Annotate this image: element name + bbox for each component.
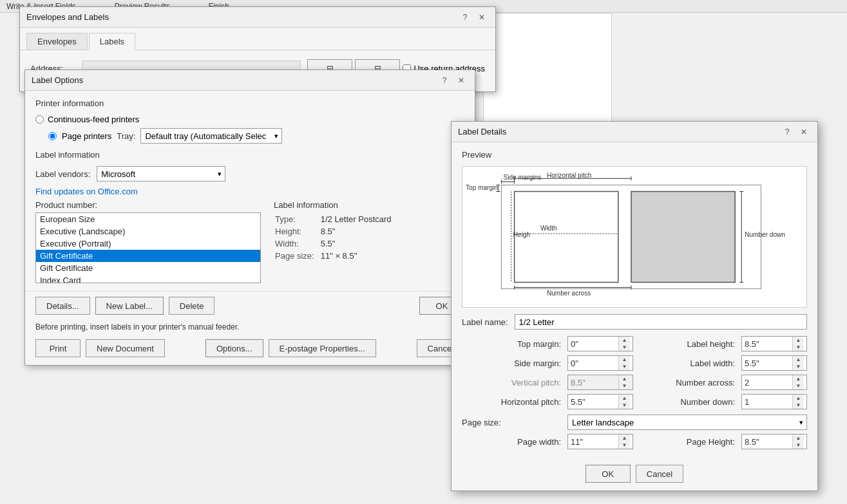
- delete-button[interactable]: Delete: [169, 297, 215, 315]
- page-height-up[interactable]: ▲: [793, 434, 804, 442]
- number-across-down[interactable]: ▼: [793, 382, 804, 389]
- label-options-help-button[interactable]: ?: [437, 73, 452, 88]
- vertical-pitch-up[interactable]: ▲: [619, 375, 630, 382]
- label-name-label: Label name:: [462, 317, 508, 327]
- continuous-feed-radio[interactable]: [35, 115, 44, 124]
- envelopes-bottom-row: Print New Document Options... E-postage …: [25, 335, 475, 365]
- number-across-spinner: ▲ ▼: [792, 375, 804, 389]
- vertical-pitch-down[interactable]: ▼: [619, 382, 630, 389]
- details-label: Details...: [46, 301, 79, 311]
- number-across-field-label: Number across:: [636, 378, 739, 387]
- label-width-input[interactable]: [742, 359, 792, 368]
- page-printers-radio[interactable]: [48, 132, 57, 140]
- page-height-input[interactable]: [742, 437, 792, 447]
- new-label-label: New Label...: [106, 301, 153, 311]
- top-margin-up[interactable]: ▲: [619, 337, 630, 344]
- width-value: 5.5": [321, 238, 397, 249]
- label-height-up[interactable]: ▲: [793, 337, 804, 344]
- svg-text:Heigh: Heigh: [513, 231, 530, 238]
- number-down-up[interactable]: ▲: [793, 395, 804, 402]
- new-document-button[interactable]: New Document: [86, 339, 165, 357]
- list-item[interactable]: Executive (Landscape): [36, 225, 260, 238]
- top-margin-spinner: ▲ ▼: [618, 337, 630, 351]
- svg-rect-2: [631, 191, 735, 282]
- number-across-input-wrap: ▲ ▼: [741, 375, 807, 390]
- notice-text: Before printing, insert labels in your p…: [25, 320, 475, 335]
- label-details-ok-button[interactable]: OK: [585, 465, 631, 483]
- horizontal-pitch-field-label: Horizontal pitch:: [462, 397, 565, 407]
- options-button[interactable]: Options...: [205, 339, 263, 357]
- list-item[interactable]: European Size: [36, 213, 260, 225]
- horizontal-pitch-input[interactable]: [568, 397, 618, 407]
- page-printers-row: Page printers Tray: Default tray (Automa…: [48, 128, 464, 144]
- page-size-value: 11" × 8.5": [321, 250, 397, 261]
- envelopes-titlebar: Envelopes and Labels ? ✕: [20, 7, 495, 28]
- page-width-up[interactable]: ▲: [619, 434, 630, 442]
- type-row: Type: 1/2 Letter Postcard: [275, 214, 397, 225]
- tab-envelopes[interactable]: Envelopes: [26, 33, 88, 50]
- vendors-select[interactable]: Microsoft: [97, 166, 225, 182]
- label-options-close-button[interactable]: ✕: [454, 73, 468, 88]
- horizontal-pitch-up[interactable]: ▲: [619, 395, 630, 402]
- height-label: Height:: [275, 226, 319, 237]
- new-label-button[interactable]: New Label...: [95, 297, 164, 315]
- number-across-up[interactable]: ▲: [793, 375, 804, 382]
- label-details-cancel-button[interactable]: Cancel: [636, 465, 683, 483]
- e-postage-button[interactable]: E-postage Properties...: [269, 339, 376, 357]
- number-down-input-wrap: ▲ ▼: [741, 394, 807, 409]
- vertical-pitch-input: [568, 378, 618, 387]
- vendors-select-wrapper: Microsoft: [97, 166, 225, 182]
- number-down-input[interactable]: [742, 397, 792, 407]
- number-across-input[interactable]: [742, 378, 792, 387]
- page-width-down[interactable]: ▼: [619, 442, 630, 449]
- page-size-field-label: Page size:: [462, 418, 565, 427]
- label-options-content: Printer information Continuous-feed prin…: [25, 91, 475, 291]
- product-listbox[interactable]: European Size Executive (Landscape) Exec…: [35, 212, 261, 283]
- page-size-select-wrap: Letter landscape: [567, 415, 807, 430]
- page-height-down[interactable]: ▼: [793, 442, 804, 449]
- preview-label: Preview: [462, 150, 807, 160]
- side-margin-up[interactable]: ▲: [619, 356, 630, 363]
- svg-text:Width: Width: [540, 225, 557, 232]
- top-margin-down[interactable]: ▼: [619, 344, 630, 351]
- envelopes-close-button[interactable]: ✕: [475, 10, 489, 24]
- list-item[interactable]: Gift Certificate: [36, 262, 260, 274]
- envelopes-help-button[interactable]: ?: [458, 10, 472, 24]
- page-size-label: Page size:: [275, 250, 319, 261]
- label-details-help-button[interactable]: ?: [780, 125, 794, 139]
- list-item[interactable]: Index Card: [36, 274, 260, 283]
- page-size-select[interactable]: Letter landscape: [567, 415, 807, 430]
- list-item[interactable]: Executive (Portrait): [36, 238, 260, 250]
- label-details-footer: OK Cancel: [452, 457, 817, 490]
- side-margin-input[interactable]: [568, 359, 618, 368]
- continuous-feed-label: Continuous-feed printers: [48, 115, 139, 124]
- find-updates-link[interactable]: Find updates on Office.com: [35, 187, 138, 196]
- label-height-input[interactable]: [742, 339, 792, 349]
- label-width-down[interactable]: ▼: [793, 363, 804, 370]
- label-details-close-button[interactable]: ✕: [797, 125, 811, 139]
- list-item-selected[interactable]: Gift Certificate: [36, 250, 260, 262]
- envelopes-titlebar-controls: ? ✕: [458, 10, 489, 24]
- details-button[interactable]: Details...: [35, 297, 90, 315]
- label-options-titlebar: Label Options ? ✕: [25, 70, 475, 91]
- label-name-input[interactable]: [515, 314, 807, 330]
- type-label: Type:: [275, 214, 319, 225]
- horizontal-pitch-down[interactable]: ▼: [619, 402, 630, 409]
- print-button[interactable]: Print: [35, 339, 81, 357]
- tab-labels[interactable]: Labels: [89, 33, 135, 50]
- number-down-down[interactable]: ▼: [793, 402, 804, 409]
- label-width-up[interactable]: ▲: [793, 356, 804, 363]
- side-margin-down[interactable]: ▼: [619, 363, 630, 370]
- tray-select[interactable]: Default tray (Automatically Select): [140, 128, 282, 144]
- page-width-input[interactable]: [568, 437, 618, 447]
- products-area: Product number: European Size Executive …: [35, 200, 464, 283]
- label-details-content: Preview Side margins Horizontal pitch: [452, 142, 817, 457]
- top-margin-input[interactable]: [568, 339, 618, 349]
- label-info-section-title: Label information: [35, 150, 464, 160]
- label-height-down[interactable]: ▼: [793, 344, 804, 351]
- vertical-pitch-field-label: Vertical pitch:: [462, 378, 565, 387]
- svg-text:Horizontal pitch: Horizontal pitch: [547, 172, 591, 179]
- label-width-field-label: Label width:: [636, 359, 739, 368]
- label-details-controls: ? ✕: [780, 125, 811, 139]
- fields-grid: Top margin: ▲ ▼ Label height: ▲ ▼ Side m…: [462, 336, 807, 409]
